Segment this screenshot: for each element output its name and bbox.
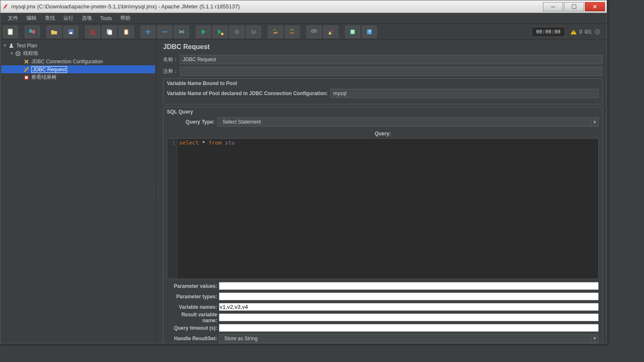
expand-button[interactable]: [140, 26, 156, 38]
editor-panel: JDBC Request 名称： 注释： Variable Name Bound…: [159, 40, 607, 343]
tree-node-test-plan[interactable]: ▼ Test Plan: [1, 41, 155, 49]
menu-tools[interactable]: Tools: [96, 14, 116, 23]
query-timeout-input[interactable]: [219, 324, 599, 332]
clear-all-button[interactable]: [285, 26, 300, 38]
app-icon: [2, 3, 9, 10]
name-input[interactable]: [180, 55, 602, 64]
query-type-row: Query Type: Select Statement ▼: [167, 117, 599, 127]
menu-search[interactable]: 查找: [41, 13, 59, 23]
query-text[interactable]: select * from stu: [177, 139, 598, 279]
result-var-label: Result variable name:: [167, 312, 219, 323]
app-window: mysql.jmx (C:\Download\apache-jmeter-5.1…: [0, 0, 607, 344]
param-values-input[interactable]: [219, 282, 599, 290]
comment-label: 注释：: [163, 68, 180, 75]
tree-node-jdbc-connection[interactable]: JDBC Connection Configuration: [1, 57, 155, 65]
minimize-button[interactable]: ─: [543, 2, 563, 11]
toolbar: ? 00:00:00 ! 0 0/1: [0, 24, 607, 40]
maximize-button[interactable]: ☐: [564, 2, 584, 11]
line-gutter: 1: [167, 139, 177, 279]
param-values-label: Parameter values:: [167, 283, 219, 289]
svg-text:?: ?: [368, 29, 371, 34]
warning-icon[interactable]: !: [570, 28, 577, 35]
svg-point-15: [273, 30, 274, 31]
handle-resultset-label: Handle ResultSet:: [167, 336, 219, 341]
close-button[interactable]: ✕: [585, 2, 605, 11]
reset-search-button[interactable]: [323, 26, 338, 38]
param-types-label: Parameter types:: [167, 294, 219, 300]
svg-point-31: [17, 53, 19, 54]
handle-resultset-select[interactable]: Store as String ▼: [219, 334, 599, 343]
svg-rect-10: [125, 30, 127, 34]
collapse-button[interactable]: [157, 26, 172, 38]
menu-help[interactable]: 帮助: [116, 13, 135, 23]
menu-file[interactable]: 文件: [4, 13, 22, 23]
svg-point-29: [595, 29, 600, 34]
tree-label: 察看结果树: [31, 74, 57, 81]
templates-button[interactable]: [25, 26, 40, 38]
query-editor[interactable]: 1 select * from stu: [167, 138, 599, 279]
elapsed-timer: 00:00:00: [532, 27, 565, 37]
sampler-icon: [23, 66, 30, 73]
svg-rect-25: [351, 33, 354, 34]
query-type-select[interactable]: Select Statement ▼: [217, 117, 599, 127]
copy-button[interactable]: [102, 26, 117, 38]
new-button[interactable]: [3, 26, 18, 38]
tree-node-results-tree[interactable]: 察看结果树: [1, 73, 155, 81]
config-icon: [23, 58, 30, 65]
query-type-label: Query Type:: [167, 119, 217, 125]
help-button[interactable]: ?: [362, 26, 377, 38]
start-no-pause-button[interactable]: [213, 26, 228, 38]
comment-input[interactable]: [180, 67, 602, 76]
stop-button[interactable]: [229, 26, 244, 38]
paste-button[interactable]: [119, 26, 134, 38]
cut-button[interactable]: [85, 26, 100, 38]
start-button[interactable]: [196, 26, 211, 38]
variable-names-label: Variable names:: [167, 304, 219, 310]
tree-label: JDBC Request: [31, 66, 67, 73]
expand-icon[interactable]: ▼: [10, 51, 15, 56]
menubar: 文件 编辑 查找 运行 选项 Tools 帮助: [0, 13, 607, 24]
variable-names-input[interactable]: [219, 303, 599, 311]
svg-point-16: [275, 29, 275, 30]
name-row: 名称：: [163, 55, 602, 64]
svg-rect-12: [235, 30, 239, 34]
svg-point-18: [291, 29, 292, 30]
svg-point-19: [293, 29, 293, 30]
svg-point-21: [314, 30, 317, 32]
toggle-button[interactable]: [174, 26, 189, 38]
svg-point-11: [221, 33, 223, 35]
comment-row: 注释：: [163, 67, 602, 76]
test-plan-tree: ▼ Test Plan ▼ 线程组 JDBC Connection Config…: [0, 40, 156, 83]
svg-rect-4: [70, 32, 72, 34]
param-types-input[interactable]: [219, 292, 599, 300]
menu-options[interactable]: 选项: [78, 13, 96, 23]
sql-query-group: SQL Query Query Type: Select Statement ▼…: [163, 107, 602, 343]
variable-name-group: Variable Name Bound to Pool Variable Nam…: [163, 78, 602, 104]
pool-var-label: Variable Name of Pool declared in JDBC C…: [167, 90, 328, 96]
shutdown-button[interactable]: [246, 26, 261, 38]
run-indicator-icon: [594, 28, 601, 35]
save-button[interactable]: [63, 26, 78, 38]
select-value: Select Statement: [220, 119, 261, 125]
chevron-down-icon: ▼: [591, 118, 598, 126]
titlebar: mysql.jmx (C:\Download\apache-jmeter-5.1…: [0, 0, 607, 13]
svg-text:!: !: [573, 30, 574, 34]
menu-edit[interactable]: 编辑: [22, 13, 41, 23]
warning-count: 0: [579, 29, 582, 35]
svg-rect-23: [351, 30, 354, 31]
tree-panel[interactable]: ▼ Test Plan ▼ 线程组 JDBC Connection Config…: [0, 40, 156, 343]
function-helper-button[interactable]: [345, 26, 360, 38]
svg-rect-24: [351, 31, 354, 32]
tree-node-thread-group[interactable]: ▼ 线程组: [1, 49, 155, 57]
svg-rect-1: [29, 29, 32, 33]
expand-icon[interactable]: ▼: [3, 43, 8, 48]
pool-var-input[interactable]: [330, 89, 599, 98]
menu-run[interactable]: 运行: [59, 13, 78, 23]
tree-node-jdbc-request[interactable]: JDBC Request: [1, 65, 155, 73]
search-button[interactable]: [306, 26, 322, 38]
clear-button[interactable]: [268, 26, 283, 38]
svg-rect-8: [108, 30, 112, 35]
result-var-input[interactable]: [219, 313, 599, 321]
svg-rect-14: [253, 29, 254, 31]
open-button[interactable]: [47, 26, 62, 38]
